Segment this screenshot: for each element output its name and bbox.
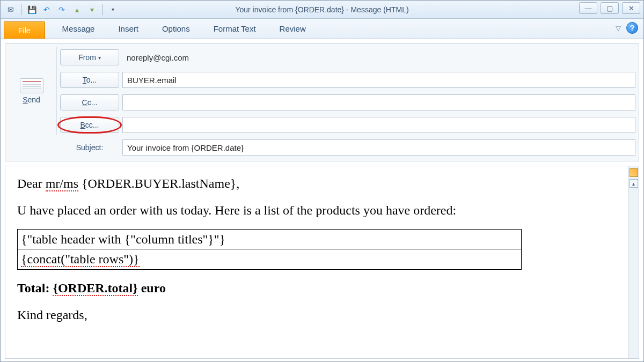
signoff-line: Kind regards, [17, 306, 617, 323]
tab-insert[interactable]: Insert [106, 19, 150, 39]
cc-label: Cc... [82, 98, 98, 107]
cc-button[interactable]: Cc... [60, 94, 119, 110]
subject-field[interactable] [122, 139, 635, 156]
ribbon-collapse-icon[interactable]: ▽ [616, 24, 621, 32]
reply-icon[interactable]: ✉ [5, 4, 17, 16]
help-icon[interactable]: ? [626, 22, 638, 34]
titlebar: ✉ 💾 ↶ ↷ ▴ ▾ ▾ Your invoice from {ORDER.d… [1, 1, 643, 19]
tab-message[interactable]: Message [50, 19, 107, 39]
to-button[interactable]: To... [60, 72, 119, 88]
from-button[interactable]: From ▾ [60, 49, 119, 65]
bcc-label: Bcc... [80, 121, 99, 129]
window-controls: — ▢ ✕ [579, 2, 640, 14]
close-button[interactable]: ✕ [622, 2, 640, 14]
minimize-button[interactable]: — [579, 2, 597, 14]
bcc-button[interactable]: Bcc... [60, 117, 119, 133]
cc-field[interactable] [122, 94, 635, 110]
prev-item-icon[interactable]: ▴ [71, 4, 83, 16]
ribbon-tabs: File Message Insert Options Format Text … [1, 19, 643, 39]
tab-review[interactable]: Review [268, 19, 318, 39]
to-field[interactable] [122, 72, 635, 88]
send-label: Send [23, 95, 40, 104]
products-table: {"table header with {"column titles"}"} … [17, 229, 522, 270]
bcc-field[interactable] [122, 117, 635, 133]
subject-label: Subject: [60, 143, 119, 152]
ruler-icon[interactable] [630, 168, 638, 177]
message-body-container: Dear mr/ms {ORDER.BUYER.lastName}, U hav… [5, 166, 639, 359]
chevron-down-icon: ▾ [98, 55, 101, 61]
quick-access-toolbar: ✉ 💾 ↶ ↷ ▴ ▾ ▾ [1, 4, 119, 16]
greeting-line: Dear mr/ms {ORDER.BUYER.lastName}, [17, 175, 617, 192]
send-button[interactable]: Send [9, 47, 57, 135]
file-tab[interactable]: File [4, 21, 45, 39]
tab-format-text[interactable]: Format Text [202, 19, 268, 39]
tab-options[interactable]: Options [150, 19, 202, 39]
to-label: To... [83, 76, 97, 84]
message-body[interactable]: Dear mr/ms {ORDER.BUYER.lastName}, U hav… [5, 166, 628, 358]
redo-icon[interactable]: ↷ [56, 4, 68, 16]
table-header-row: {"table header with {"column titles"}"} [18, 229, 522, 249]
intro-line: U have placed an order with us today. He… [17, 202, 617, 219]
save-icon[interactable]: 💾 [26, 4, 38, 16]
qat-separator [102, 4, 103, 15]
maximize-button[interactable]: ▢ [601, 2, 619, 14]
undo-icon[interactable]: ↶ [41, 4, 53, 16]
table-rows-row: {concat("table rows")} [18, 249, 522, 269]
customize-qat-icon[interactable]: ▾ [107, 4, 119, 16]
scroll-up-icon[interactable]: ▴ [630, 179, 638, 188]
vertical-scrollbar[interactable]: ▴ [628, 166, 639, 358]
next-item-icon[interactable]: ▾ [86, 4, 98, 16]
compose-header: Send From ▾ noreply@cgi.com To... Cc... … [5, 43, 639, 161]
total-line: Total: {ORDER.total} euro [17, 279, 617, 297]
envelope-icon [20, 78, 43, 93]
from-label: From [78, 53, 96, 62]
qat-separator [21, 4, 21, 15]
from-value: noreply@cgi.com [122, 53, 635, 62]
